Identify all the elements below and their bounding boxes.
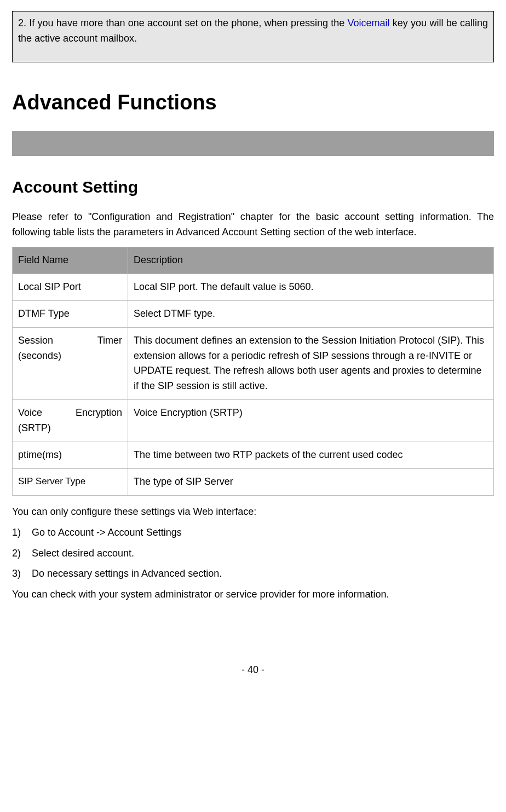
table-header-field: Field Name	[13, 247, 128, 274]
table-row: Voice Encryption (SRTP) Voice Encryption…	[13, 400, 494, 442]
field-desc: Voice Encryption (SRTP)	[128, 400, 493, 442]
list-text: Go to Account -> Account Settings	[32, 525, 182, 541]
list-item: 1) Go to Account -> Account Settings	[12, 525, 494, 541]
field-desc: Select DTMF type.	[128, 300, 493, 327]
field-desc: The time between two RTP packets of the …	[128, 442, 493, 468]
field-desc: The type of SIP Server	[128, 468, 493, 495]
note-box: 2. If you have more than one account set…	[12, 11, 494, 62]
heading-advanced-functions: Advanced Functions	[12, 86, 494, 119]
table-row: SIP Server Type The type of SIP Server	[13, 468, 494, 495]
section-divider-bar	[12, 131, 494, 156]
field-name: DTMF Type	[13, 300, 128, 327]
list-text: Do necessary settings in Advanced sectio…	[32, 566, 222, 582]
voicemail-link[interactable]: Voicemail	[348, 18, 390, 28]
heading-account-setting: Account Setting	[12, 175, 494, 200]
list-number: 2)	[12, 546, 32, 561]
field-desc: This document defines an extension to th…	[128, 327, 493, 400]
table-header-row: Field Name Description	[13, 247, 494, 274]
field-desc: Local SIP port. The default value is 506…	[128, 274, 493, 300]
list-text: Select desired account.	[32, 546, 134, 561]
field-name: Session Timer (seconds)	[13, 327, 128, 400]
note-text-prefix: 2. If you have more than one account set…	[18, 18, 348, 28]
list-number: 1)	[12, 525, 32, 541]
field-name: Local SIP Port	[13, 274, 128, 300]
list-item: 2) Select desired account.	[12, 546, 494, 561]
field-name: Voice Encryption (SRTP)	[13, 400, 128, 442]
table-row: DTMF Type Select DTMF type.	[13, 300, 494, 327]
table-row: Session Timer (seconds) This document de…	[13, 327, 494, 400]
table-row: ptime(ms) The time between two RTP packe…	[13, 442, 494, 468]
closing-text: You can check with your system administr…	[12, 587, 494, 602]
table-row: Local SIP Port Local SIP port. The defau…	[13, 274, 494, 300]
list-item: 3) Do necessary settings in Advanced sec…	[12, 566, 494, 582]
table-header-desc: Description	[128, 247, 493, 274]
config-via-web-text: You can only configure these settings vi…	[12, 504, 494, 520]
field-name: SIP Server Type	[13, 468, 128, 495]
field-name: ptime(ms)	[13, 442, 128, 468]
account-settings-table: Field Name Description Local SIP Port Lo…	[12, 247, 494, 496]
intro-paragraph: Please refer to "Configuration and Regis…	[12, 210, 494, 240]
list-number: 3)	[12, 566, 32, 582]
page-number: - 40 -	[12, 663, 494, 678]
